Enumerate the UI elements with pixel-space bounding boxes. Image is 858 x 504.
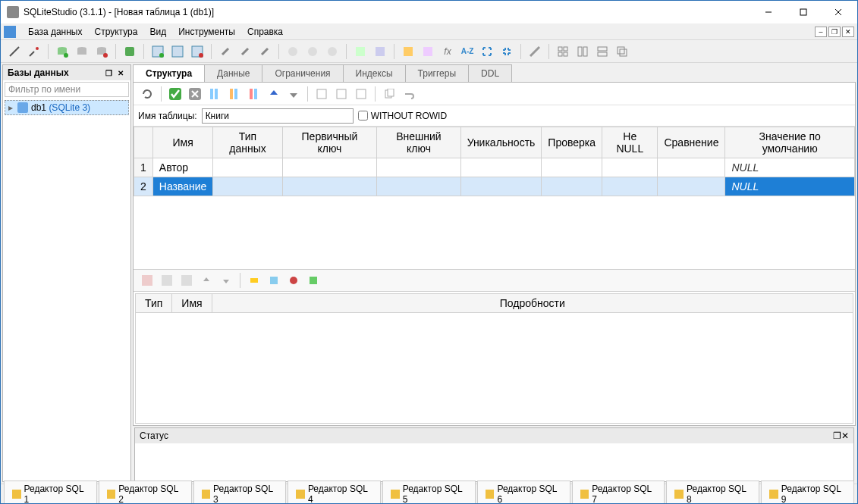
undock-icon[interactable]: ❐ bbox=[103, 67, 114, 78]
col-name-header[interactable]: Имя bbox=[152, 127, 213, 158]
undo-icon[interactable] bbox=[400, 85, 418, 103]
editor-tab[interactable]: Редактор SQL 5 bbox=[382, 481, 476, 505]
cancel-icon[interactable] bbox=[186, 85, 204, 103]
maximize-button[interactable] bbox=[786, 1, 821, 23]
filter-input[interactable]: Фильтр по имени bbox=[5, 82, 129, 97]
move-down-icon[interactable] bbox=[284, 85, 303, 103]
editor-tab[interactable]: Редактор SQL 3 bbox=[193, 481, 287, 505]
fx-icon[interactable]: fx bbox=[438, 42, 457, 61]
table-row[interactable]: 1 Автор NULL bbox=[134, 158, 855, 177]
tablename-input[interactable] bbox=[202, 108, 354, 124]
apply-icon[interactable] bbox=[166, 85, 184, 103]
minimize-button[interactable] bbox=[751, 1, 786, 23]
settings-icon[interactable] bbox=[526, 42, 544, 61]
editor-tab[interactable]: Редактор SQL 1 bbox=[4, 481, 97, 505]
status-close-icon[interactable]: ✕ bbox=[841, 430, 849, 441]
tile-h-icon[interactable] bbox=[574, 42, 592, 61]
c-pk-icon[interactable] bbox=[245, 271, 263, 290]
col-check-header[interactable]: Проверка bbox=[542, 127, 602, 158]
panel-close-icon[interactable]: ✕ bbox=[115, 67, 126, 78]
table-row[interactable]: 2 Название NULL bbox=[134, 177, 855, 196]
editor-tab[interactable]: Редактор SQL 4 bbox=[288, 481, 381, 505]
table-add-icon[interactable] bbox=[149, 42, 167, 61]
menu-help[interactable]: Справка bbox=[241, 25, 289, 39]
grid2-icon[interactable] bbox=[332, 85, 350, 103]
grid3-icon[interactable] bbox=[352, 85, 370, 103]
mdi-minimize-button[interactable]: – bbox=[815, 27, 827, 37]
c-unique-icon[interactable] bbox=[284, 271, 303, 290]
col-fk-header[interactable]: Внешний ключ bbox=[377, 127, 460, 158]
status-undock-icon[interactable]: ❐ bbox=[833, 430, 841, 441]
view-add-icon[interactable] bbox=[284, 42, 302, 61]
expand-icon[interactable] bbox=[478, 42, 496, 61]
c-add-icon[interactable] bbox=[138, 271, 156, 290]
menu-tools[interactable]: Инструменты bbox=[172, 25, 241, 39]
history-icon[interactable] bbox=[419, 42, 437, 61]
c-up-icon[interactable] bbox=[197, 271, 215, 290]
copy-icon[interactable] bbox=[380, 85, 398, 103]
editor-tab[interactable]: Редактор SQL 7 bbox=[572, 481, 665, 505]
details-name-header[interactable]: Имя bbox=[172, 294, 212, 312]
view-remove-icon[interactable] bbox=[323, 42, 341, 61]
edit-column-icon[interactable] bbox=[225, 85, 244, 103]
col-notnull-header[interactable]: Не NULL bbox=[602, 127, 658, 158]
db-remove-icon[interactable] bbox=[93, 42, 111, 61]
c-fk-icon[interactable] bbox=[265, 271, 283, 290]
link-icon[interactable] bbox=[216, 42, 234, 61]
c-down-icon[interactable] bbox=[217, 271, 235, 290]
mdi-close-button[interactable]: ✕ bbox=[842, 27, 854, 37]
add-column-icon[interactable] bbox=[206, 85, 224, 103]
c-edit-icon[interactable] bbox=[158, 271, 176, 290]
tab-indexes[interactable]: Индексы bbox=[343, 64, 406, 82]
refresh-icon[interactable] bbox=[138, 85, 156, 103]
grid1-icon[interactable] bbox=[313, 85, 331, 103]
col-pk-header[interactable]: Первичный ключ bbox=[282, 127, 377, 158]
col-collate-header[interactable]: Сравнение bbox=[658, 127, 725, 158]
mdi-restore-button[interactable]: ❐ bbox=[828, 27, 841, 37]
collation-icon[interactable]: A-Z bbox=[458, 42, 476, 61]
tab-structure[interactable]: Структура bbox=[133, 64, 205, 82]
delete-column-icon[interactable] bbox=[245, 85, 263, 103]
col-name-cell[interactable]: Название bbox=[152, 177, 213, 196]
link2-icon[interactable] bbox=[236, 42, 254, 61]
tab-constraints[interactable]: Ограничения bbox=[262, 64, 343, 82]
expand-arrow-icon[interactable]: ▸ bbox=[8, 102, 17, 113]
col-default-header[interactable]: Значение по умолчанию bbox=[725, 127, 855, 158]
db-add-icon[interactable] bbox=[53, 42, 71, 61]
commit-icon[interactable] bbox=[121, 42, 139, 61]
editor-tab[interactable]: Редактор SQL 8 bbox=[666, 481, 759, 505]
db-tree-item[interactable]: ▸ db1 (SQLite 3) bbox=[5, 100, 129, 115]
collapse-icon[interactable] bbox=[498, 42, 516, 61]
details-type-header[interactable]: Тип bbox=[136, 294, 172, 312]
connect-icon[interactable] bbox=[5, 42, 24, 61]
editor-tab[interactable]: Редактор SQL 2 bbox=[99, 481, 192, 505]
table-remove-icon[interactable] bbox=[188, 42, 206, 61]
tab-data[interactable]: Данные bbox=[204, 64, 262, 82]
table-edit-icon[interactable] bbox=[168, 42, 187, 61]
details-details-header[interactable]: Подробности bbox=[212, 294, 853, 312]
menu-structure[interactable]: Структура bbox=[88, 25, 143, 39]
tile-icon[interactable] bbox=[554, 42, 572, 61]
close-button[interactable] bbox=[821, 1, 856, 23]
sql-editor-icon[interactable] bbox=[399, 42, 417, 61]
editor-tab[interactable]: Редактор SQL 6 bbox=[477, 481, 570, 505]
db-edit-icon[interactable] bbox=[73, 42, 91, 61]
import-icon[interactable] bbox=[351, 42, 369, 61]
disconnect-icon[interactable] bbox=[25, 42, 43, 61]
cascade-icon[interactable] bbox=[613, 42, 631, 61]
c-del-icon[interactable] bbox=[178, 271, 196, 290]
tile-v-icon[interactable] bbox=[593, 42, 611, 61]
tab-ddl[interactable]: DDL bbox=[468, 64, 512, 82]
link3-icon[interactable] bbox=[256, 42, 274, 61]
view-edit-icon[interactable] bbox=[303, 42, 322, 61]
col-name-cell[interactable]: Автор bbox=[152, 158, 213, 177]
editor-tab[interactable]: Редактор SQL 9 bbox=[761, 481, 854, 505]
c-check-icon[interactable] bbox=[304, 271, 322, 290]
col-datatype-header[interactable]: Тип данных bbox=[213, 127, 282, 158]
menu-database[interactable]: База данных bbox=[22, 25, 88, 39]
move-up-icon[interactable] bbox=[265, 85, 283, 103]
export-icon[interactable] bbox=[371, 42, 389, 61]
tab-triggers[interactable]: Триггеры bbox=[405, 64, 470, 82]
without-rowid-checkbox[interactable]: WITHOUT ROWID bbox=[358, 111, 447, 121]
col-unique-header[interactable]: Уникальность bbox=[460, 127, 542, 158]
